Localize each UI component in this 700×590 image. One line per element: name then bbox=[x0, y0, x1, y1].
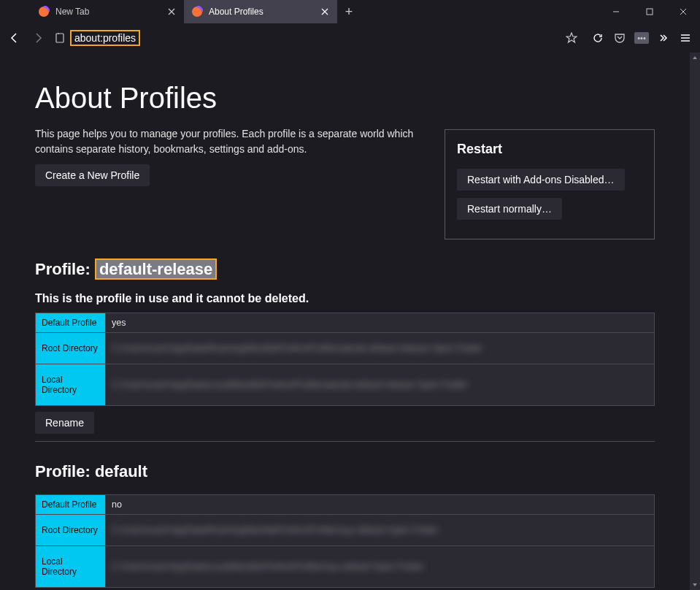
more-toolbar-icon[interactable] bbox=[653, 28, 674, 48]
profile-table: Default Profile yes Root Directory C:\Us… bbox=[35, 313, 655, 406]
table-row: Default Profile yes bbox=[36, 313, 655, 333]
default-profile-label: Default Profile bbox=[36, 313, 106, 333]
create-profile-button[interactable]: Create a New Profile bbox=[35, 164, 150, 186]
toolbar: about:profiles ••• bbox=[0, 23, 700, 53]
back-button[interactable] bbox=[4, 28, 25, 48]
maximize-button[interactable] bbox=[633, 0, 666, 23]
table-row: Root Directory C:\Users\user\AppData\Roa… bbox=[36, 515, 655, 546]
root-directory-label: Root Directory bbox=[36, 333, 106, 364]
separator bbox=[35, 441, 655, 442]
svg-rect-4 bbox=[56, 34, 64, 42]
local-directory-value: C:\Users\user\AppData\Local\Mozilla\Fire… bbox=[106, 364, 655, 406]
default-profile-label: Default Profile bbox=[36, 495, 106, 515]
close-window-button[interactable] bbox=[666, 0, 700, 23]
pocket-icon[interactable] bbox=[609, 28, 630, 48]
page-title: About Profiles bbox=[35, 82, 655, 115]
table-row: Local Directory C:\Users\user\AppData\Lo… bbox=[36, 546, 655, 588]
local-directory-label: Local Directory bbox=[36, 364, 106, 406]
profile-heading-prefix: Profile: bbox=[35, 462, 95, 480]
tab-label: New Tab bbox=[55, 7, 89, 17]
page-content: About Profiles This page helps you to ma… bbox=[0, 53, 690, 590]
overflow-icon[interactable]: ••• bbox=[631, 28, 652, 48]
close-icon[interactable] bbox=[166, 7, 177, 17]
window-controls bbox=[599, 0, 700, 23]
url-bar[interactable]: about:profiles bbox=[51, 27, 585, 49]
restart-panel: Restart Restart with Add-ons Disabled… R… bbox=[445, 129, 655, 240]
tab-about-profiles[interactable]: About Profiles bbox=[184, 0, 337, 23]
root-directory-value: C:\Users\user\AppData\Roaming\Mozilla\Fi… bbox=[106, 515, 655, 546]
local-directory-label: Local Directory bbox=[36, 546, 106, 588]
vertical-scrollbar[interactable] bbox=[690, 53, 700, 590]
firefox-icon bbox=[191, 6, 203, 18]
root-directory-value: C:\Users\user\AppData\Roaming\Mozilla\Fi… bbox=[106, 333, 655, 364]
new-tab-button[interactable]: + bbox=[337, 0, 361, 23]
minimize-button[interactable] bbox=[599, 0, 633, 23]
table-row: Root Directory C:\Users\user\AppData\Roa… bbox=[36, 333, 655, 364]
forward-button[interactable] bbox=[28, 28, 48, 48]
profile-heading: Profile: default bbox=[35, 462, 655, 481]
restart-addons-disabled-button[interactable]: Restart with Add-ons Disabled… bbox=[457, 169, 625, 191]
url-text[interactable]: about:profiles bbox=[70, 30, 140, 46]
profile-name-highlight: default-release bbox=[95, 258, 217, 280]
titlebar: New Tab About Profiles + bbox=[0, 0, 700, 23]
profile-name: default bbox=[95, 462, 147, 480]
hamburger-menu-icon[interactable] bbox=[675, 28, 696, 48]
refresh-button[interactable] bbox=[588, 28, 608, 48]
table-row: Default Profile no bbox=[36, 495, 655, 515]
tab-new-tab[interactable]: New Tab bbox=[31, 0, 184, 23]
profile-heading-prefix: Profile: bbox=[35, 260, 95, 278]
close-icon[interactable] bbox=[320, 7, 330, 17]
root-directory-label: Root Directory bbox=[36, 515, 106, 546]
profile-in-use-note: This is the profile in use and it cannot… bbox=[35, 292, 655, 305]
default-profile-value: no bbox=[106, 495, 655, 515]
intro-text: This page helps you to manage your profi… bbox=[35, 126, 430, 157]
page-info-icon[interactable] bbox=[54, 32, 66, 44]
restart-heading: Restart bbox=[457, 142, 642, 157]
default-profile-value: yes bbox=[106, 313, 655, 333]
profile-table: Default Profile no Root Directory C:\Use… bbox=[35, 494, 655, 588]
bookmark-star-icon[interactable] bbox=[561, 28, 582, 48]
profile-heading: Profile: default-release bbox=[35, 260, 655, 279]
rename-button[interactable]: Rename bbox=[35, 412, 94, 434]
svg-rect-3 bbox=[647, 9, 653, 15]
restart-normally-button[interactable]: Restart normally… bbox=[457, 198, 562, 220]
firefox-icon bbox=[38, 6, 50, 18]
table-row: Local Directory C:\Users\user\AppData\Lo… bbox=[36, 364, 655, 406]
local-directory-value: C:\Users\user\AppData\Local\Mozilla\Fire… bbox=[106, 546, 655, 588]
tab-label: About Profiles bbox=[209, 7, 264, 17]
